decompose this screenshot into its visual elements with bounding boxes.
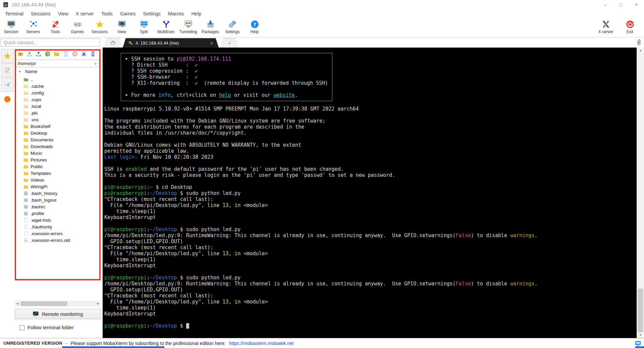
file-row-public[interactable]: Public	[15, 163, 101, 170]
menu-item-settings[interactable]: Settings	[139, 11, 164, 16]
strip-tab-sftp-globe-icon[interactable]	[1, 92, 14, 106]
scroll-right-icon[interactable]: ►	[95, 302, 101, 305]
file-list-header[interactable]: ▾ Name	[15, 67, 101, 75]
terminal-line: pi@raspberrypi:~/Desktop $ sudo python l…	[104, 275, 637, 281]
refresh-icon[interactable]	[45, 51, 51, 57]
toolbar-button-sessions[interactable]: Sessions	[89, 20, 111, 34]
file-row-downloads[interactable]: Downloads	[15, 143, 101, 150]
sessions-star-icon	[3, 52, 11, 60]
follow-terminal-folder[interactable]: Follow terminal folder	[19, 325, 74, 330]
new-tab-button[interactable]: +	[220, 38, 239, 48]
file-row--[interactable]: ..	[15, 76, 101, 83]
terminal-screen[interactable]: ➤ SSH session to pi@192.168.174.111 ? Di…	[103, 48, 637, 338]
minimize-button[interactable]: –	[598, 0, 613, 9]
file-row--config[interactable]: .config	[15, 89, 101, 96]
terminal-line: permitted by applicable law.	[104, 148, 637, 154]
menu-item-x-server[interactable]: X server	[72, 11, 98, 16]
file-list-hscrollbar[interactable]: ◄ ►	[15, 301, 101, 306]
device-icon[interactable]	[90, 51, 96, 57]
toolbar-button-multiexec[interactable]: MultiExec	[155, 20, 177, 34]
toolbar-button-tools[interactable]: Tools	[44, 20, 66, 34]
file-row--bash-logout[interactable]: .bash_logout	[15, 197, 101, 203]
font-icon[interactable]: A	[81, 51, 87, 57]
quick-connect-input[interactable]	[1, 39, 100, 47]
terminal-line: ^CTraceback (most recent call last):	[104, 196, 637, 202]
download-icon[interactable]	[26, 51, 33, 57]
strip-tab-sessions-star-icon[interactable]	[1, 49, 14, 63]
window-edge-highlight-left	[62, 346, 164, 348]
file-row--xsession-errors-old[interactable]: .xsession-errors.old	[15, 237, 101, 243]
maximize-button[interactable]: □	[613, 0, 629, 9]
main-toolbar: SessionServersToolsGamesSessionsViewSpli…	[0, 18, 644, 38]
scroll-down-icon[interactable]: ▼	[637, 332, 644, 338]
status-monitor-icon[interactable]	[635, 340, 641, 347]
folder-icon	[23, 124, 29, 129]
scroll-up-icon[interactable]: ▲	[637, 48, 644, 53]
file-row-pictures[interactable]: Pictures	[15, 156, 101, 163]
file-row-wiringpi[interactable]: WiringPi	[15, 183, 101, 190]
menu-item-sessions[interactable]: Sessions	[27, 11, 54, 16]
file-row-templates[interactable]: Templates	[15, 170, 101, 177]
file-row--local[interactable]: .local	[15, 103, 101, 110]
toolbar-button-tunneling[interactable]: Tunneling	[177, 20, 199, 34]
folder-icon	[23, 171, 29, 176]
strip-tab-tools-knife-icon[interactable]	[1, 63, 14, 77]
toolbar-button-help[interactable]: ?Help	[244, 20, 266, 34]
attachments-paperclip-icon[interactable]	[635, 39, 643, 46]
toolbar-button-packages[interactable]: Packages	[199, 20, 221, 34]
toolbar-button-x-server[interactable]: X server	[594, 20, 618, 34]
file-row-documents[interactable]: Documents	[15, 136, 101, 143]
vscroll-thumb[interactable]	[638, 289, 643, 332]
toolbar-button-session[interactable]: Session	[0, 20, 22, 34]
tab-close-icon[interactable]: ×	[210, 41, 213, 46]
file-row--profile[interactable]: .profile	[15, 210, 101, 217]
menu-item-help[interactable]: Help	[187, 11, 205, 16]
strip-tab-macros-plane-icon[interactable]	[1, 78, 14, 92]
toolbar-button-view[interactable]: View	[111, 20, 133, 34]
script-file-icon	[23, 198, 29, 203]
menu-item-tools[interactable]: Tools	[98, 11, 116, 16]
tab-home[interactable]	[103, 38, 123, 48]
file-row-desktop[interactable]: Desktop	[15, 130, 101, 136]
file-row--cache[interactable]: .cache	[15, 83, 101, 89]
sessions-star-icon	[95, 20, 104, 29]
menu-item-macros[interactable]: Macros	[164, 11, 188, 16]
file-row--vnc[interactable]: .vnc	[15, 116, 101, 123]
toolbar-button-split[interactable]: Split	[133, 20, 155, 34]
terminal-vscrollbar[interactable]: ▲ ▼	[637, 48, 644, 338]
upload-icon[interactable]	[36, 51, 42, 57]
terminal-line: /home/pi/Desktop/led.py:9: RuntimeWarnin…	[104, 232, 637, 238]
toolbar-button-exit[interactable]: Exit	[618, 20, 642, 34]
delete-icon[interactable]	[72, 51, 78, 57]
file-row--wget-hsts[interactable]: .wget-hsts	[15, 217, 101, 223]
file-row--pki[interactable]: .pki	[15, 110, 101, 116]
file-row-videos[interactable]: Videos	[15, 177, 101, 183]
toolbar-button-servers[interactable]: Servers	[22, 20, 44, 34]
file-name: Music	[31, 151, 42, 156]
mobatek-link[interactable]: https://mobaxterm.mobatek.net	[229, 341, 294, 346]
file-name: Videos	[31, 178, 44, 183]
toolbar-button-games[interactable]: Games	[66, 20, 89, 34]
file-row-music[interactable]: Music	[15, 150, 101, 156]
menu-item-games[interactable]: Games	[116, 11, 140, 16]
folder-up-icon[interactable]	[17, 51, 23, 57]
hscroll-thumb[interactable]	[21, 301, 67, 306]
file-row--xsession-errors[interactable]: .xsession-errors	[15, 230, 101, 237]
file-row--bashrc[interactable]: .bashrc	[15, 203, 101, 210]
follow-checkbox[interactable]	[19, 325, 24, 330]
menu-item-terminal[interactable]: Terminal	[1, 11, 27, 16]
new-folder-icon[interactable]	[54, 51, 60, 57]
tab-active-session[interactable]: 4. 192.168.43.44 (hiw) ×	[123, 38, 219, 48]
toolbar-button-settings[interactable]: Settings	[221, 20, 244, 34]
close-button[interactable]: ×	[629, 0, 644, 9]
file-row--xauthority[interactable]: .Xauthority	[15, 223, 101, 230]
new-file-icon[interactable]	[63, 51, 69, 57]
column-header-name: Name	[25, 69, 37, 74]
scroll-left-icon[interactable]: ◄	[15, 302, 20, 305]
file-row--bash-history[interactable]: .bash_history	[15, 190, 101, 197]
file-row--cups[interactable]: .cups	[15, 96, 101, 103]
path-dropdown[interactable]: /home/pi/ ∨	[15, 60, 99, 67]
remote-monitoring-button[interactable]: Remote monitoring	[15, 309, 101, 319]
menu-item-view[interactable]: View	[54, 11, 72, 16]
file-row-bookshelf[interactable]: Bookshelf	[15, 123, 101, 130]
